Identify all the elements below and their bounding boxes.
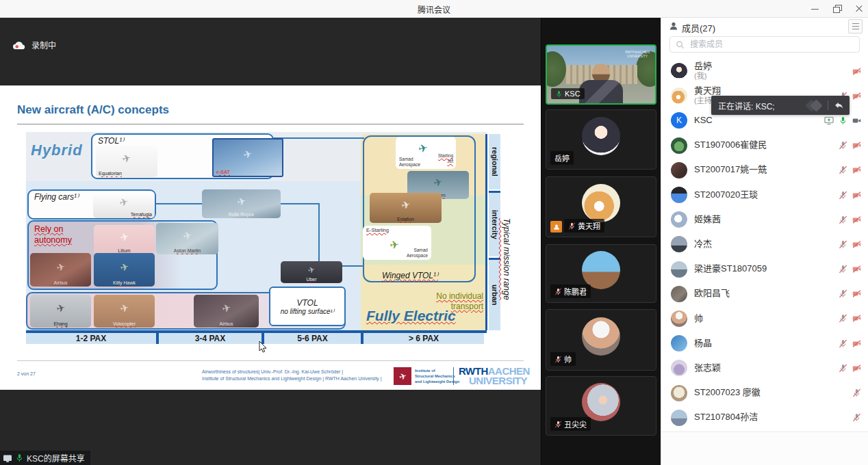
video-tile-ksc[interactable]: RWTHAACHEN UNIVERSITY KSC — [546, 44, 656, 105]
tile-name-badge: 丑尖尖 — [550, 417, 591, 431]
pax-axis: 1-2 PAX 3-4 PAX 5-6 PAX > 6 PAX — [26, 330, 487, 344]
video-tile[interactable]: 帅 — [546, 309, 656, 371]
mic-off-icon[interactable] — [839, 265, 847, 274]
video-tile[interactable]: 岳婷 — [546, 109, 656, 170]
mic-off-icon[interactable] — [839, 191, 847, 200]
tile-name-badge: KSC — [551, 88, 585, 99]
camera-icon[interactable] — [852, 116, 861, 125]
mic-off-icon[interactable] — [839, 141, 847, 150]
connector-line — [281, 203, 320, 204]
camera-off-icon[interactable] — [852, 314, 861, 323]
camera-off-icon[interactable] — [852, 141, 861, 150]
member-row[interactable]: ST2107804孙洁 — [661, 406, 868, 430]
member-subtitle: (我) — [694, 72, 852, 81]
mic-off-icon[interactable] — [839, 364, 847, 373]
ehang-aircraft-image: Ehang — [30, 295, 91, 328]
mic-off-icon[interactable] — [839, 240, 847, 249]
video-tile[interactable]: 丑尖尖 — [546, 376, 656, 436]
search-input[interactable] — [689, 39, 854, 50]
mic-off-icon[interactable] — [852, 388, 861, 397]
connector-line — [274, 137, 364, 139]
mic-off-icon[interactable] — [839, 165, 847, 174]
member-search — [669, 36, 860, 53]
member-row[interactable]: 岳婷(我) — [661, 59, 868, 83]
avatar — [671, 88, 687, 104]
avatar — [671, 63, 687, 79]
connector-line — [318, 203, 320, 267]
range-band-regional: regional — [489, 134, 500, 189]
member-name: 杨晶 — [694, 338, 839, 349]
member-row[interactable]: 张志颖 — [661, 356, 868, 380]
range-axis-line — [485, 134, 487, 330]
camera-off-icon[interactable] — [852, 265, 861, 274]
member-row[interactable]: 梁进豪ST1807059 — [661, 257, 868, 282]
member-name: 岳婷 — [694, 62, 852, 72]
camera-off-icon[interactable] — [852, 215, 861, 224]
connector-line — [156, 203, 202, 204]
mic-off-icon — [568, 222, 576, 230]
restore-button[interactable] — [832, 4, 842, 14]
member-row[interactable]: ST2007020王琰 — [661, 183, 868, 207]
close-button[interactable] — [854, 4, 864, 14]
window-title: 腾讯会议 — [0, 3, 868, 15]
lilium-aircraft-image: Lilium — [94, 225, 155, 254]
mic-off-icon — [554, 288, 562, 295]
camera-off-icon[interactable] — [852, 92, 861, 101]
member-name: 张志颖 — [694, 363, 839, 373]
mic-off-icon[interactable] — [839, 215, 847, 224]
collapse-arrow-icon[interactable] — [834, 101, 844, 110]
screen-share-icon — [3, 453, 12, 463]
mic-off-icon[interactable] — [839, 339, 847, 348]
member-name: ST2007020王琰 — [694, 190, 839, 200]
mic-off-icon[interactable] — [839, 289, 847, 298]
member-row[interactable]: 欧阳昌飞 — [661, 282, 868, 306]
member-row[interactable]: 帅 — [661, 306, 868, 331]
page-number: 2 von 27 — [17, 371, 36, 376]
avatar — [671, 187, 687, 203]
camera-off-icon[interactable] — [852, 364, 861, 373]
camera-off-icon[interactable] — [852, 191, 861, 200]
video-tile[interactable]: 陈鹏君 — [546, 244, 656, 303]
pax-band: 1-2 PAX — [26, 333, 156, 344]
camera-off-icon[interactable] — [852, 165, 861, 174]
aston-martin-aircraft-image: Aston Martin — [156, 223, 218, 254]
rely-label: Rely on autonomy — [34, 224, 89, 245]
camera-off-icon[interactable] — [852, 67, 861, 76]
avatar — [671, 335, 687, 351]
recording-cloud-icon — [12, 40, 26, 50]
member-row[interactable]: 杨晶 — [661, 331, 868, 356]
mic-off-icon[interactable] — [839, 314, 847, 323]
airbus-cityairbus-image: Airbus — [194, 295, 259, 328]
e-starling-image: E-Starling Samad Aerospace — [363, 226, 431, 260]
avatar — [671, 286, 687, 302]
avatar — [582, 251, 620, 289]
camera-off-icon[interactable] — [852, 289, 861, 298]
camera-off-icon[interactable] — [852, 240, 861, 249]
member-row[interactable]: 姬姝茜 — [661, 207, 868, 232]
mic-off-icon[interactable] — [852, 413, 861, 422]
camera-off-icon[interactable] — [852, 339, 861, 348]
footer-divider — [17, 360, 524, 361]
stol-label: STOL¹⁾ — [98, 136, 124, 146]
avatar — [671, 261, 687, 278]
winged-vtol-label: Winged VTOL¹⁾ — [382, 271, 438, 280]
member-row[interactable]: ST1907006崔健民 — [661, 133, 868, 158]
mic-on-icon — [15, 453, 24, 462]
tile-name-badge: 黄天翔 — [564, 219, 604, 232]
member-menu-button[interactable] — [848, 19, 863, 34]
mouse-cursor — [259, 341, 268, 354]
member-name: ST1907006崔健民 — [694, 140, 839, 150]
video-tile[interactable]: 黄天翔 — [546, 176, 656, 237]
member-name: 梁进豪ST1807059 — [694, 264, 839, 274]
mic-on-icon[interactable] — [839, 116, 847, 125]
avatar — [671, 162, 687, 178]
member-row[interactable]: ST2007023 廖徽 — [661, 380, 868, 405]
kitty-hawk-aircraft-image: Kitty Hawk — [94, 253, 155, 287]
video-scenery — [546, 51, 566, 87]
member-row[interactable]: 冷杰 — [661, 232, 868, 256]
range-band-urban: urban — [489, 258, 500, 330]
starling-jet-image: Samad Aerospace Starling Jet — [396, 137, 456, 169]
member-row[interactable]: ST2007017姚一兟 — [661, 158, 868, 183]
tile-name-badge: 帅 — [550, 352, 576, 366]
minimize-button[interactable] — [810, 4, 820, 14]
